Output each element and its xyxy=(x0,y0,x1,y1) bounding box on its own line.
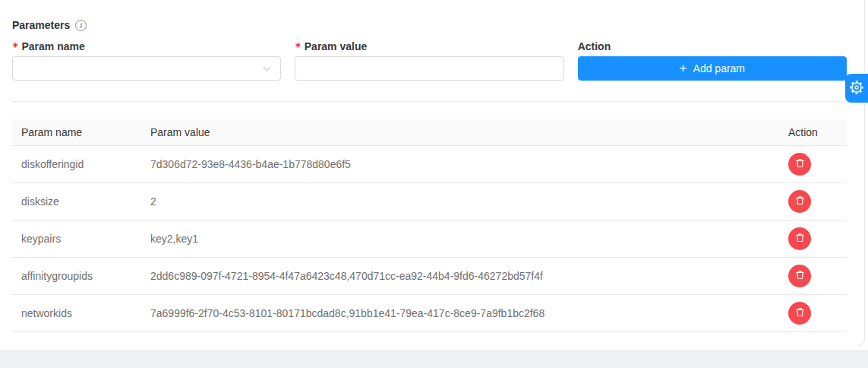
action-cell xyxy=(779,295,847,332)
trash-icon xyxy=(794,232,806,246)
param-value-cell: key2,key1 xyxy=(141,220,779,258)
add-param-button[interactable]: + Add param xyxy=(578,56,847,81)
action-cell xyxy=(779,258,847,295)
param-name-cell: keypairs xyxy=(12,220,141,258)
delete-param-button[interactable] xyxy=(788,153,811,176)
action-cell xyxy=(779,183,847,220)
action-column: Action + Add param xyxy=(578,31,847,81)
delete-param-button[interactable] xyxy=(788,190,811,213)
param-value-column: * Param value xyxy=(295,31,563,81)
form-table-divider xyxy=(12,101,847,102)
param-name-label: * Param name xyxy=(12,40,281,52)
card-corner xyxy=(858,339,865,346)
action-cell xyxy=(779,220,847,258)
column-header-param-value: Param value xyxy=(141,119,779,146)
table-row: diskofferingid 7d306d72-93e8-4436-b4ae-1… xyxy=(12,146,847,183)
info-circle-icon[interactable]: i xyxy=(75,20,87,31)
param-value-input[interactable] xyxy=(295,56,563,81)
param-name-cell: networkids xyxy=(12,295,141,332)
parameters-panel: Parameters i * Param name xyxy=(0,0,868,368)
table-row: networkids 7a6999f6-2f70-4c53-8101-80171… xyxy=(12,295,847,332)
trash-icon xyxy=(794,306,806,320)
add-param-form: * Param name * Param value xyxy=(12,31,847,81)
param-value-cell: 2 xyxy=(141,183,779,220)
table-row: disksize 2 xyxy=(12,183,847,220)
param-value-cell: 7a6999f6-2f70-4c53-8101-80171bcdad8c,91b… xyxy=(141,295,779,332)
param-name-select[interactable] xyxy=(12,56,281,81)
delete-param-button[interactable] xyxy=(788,302,811,325)
param-name-cell: diskofferingid xyxy=(12,146,141,183)
plus-icon: + xyxy=(680,62,687,75)
required-asterisk: * xyxy=(12,40,18,52)
delete-param-button[interactable] xyxy=(788,227,811,250)
param-value-cell: 7d306d72-93e8-4436-b4ae-1b778d80e6f5 xyxy=(141,146,779,183)
panel-title: Parameters xyxy=(12,19,70,31)
parameters-table: Param name Param value Action diskofferi… xyxy=(12,119,847,332)
trash-icon xyxy=(794,157,806,171)
param-value-label: * Param value xyxy=(295,40,563,52)
action-cell xyxy=(779,146,847,183)
table-row: affinitygroupids 2dd6c989-097f-4721-8954… xyxy=(12,258,847,295)
trash-icon xyxy=(794,269,806,283)
table-body: diskofferingid 7d306d72-93e8-4436-b4ae-1… xyxy=(12,146,847,332)
page-footer-band xyxy=(0,350,868,368)
trash-icon xyxy=(794,195,806,208)
column-header-action: Action xyxy=(779,119,847,146)
panel-header: Parameters i xyxy=(12,0,847,31)
table-row: keypairs key2,key1 xyxy=(12,220,847,258)
required-asterisk: * xyxy=(295,40,301,52)
param-value-cell: 2dd6c989-097f-4721-8954-4f47a6423c48,470… xyxy=(141,258,779,295)
param-name-cell: disksize xyxy=(12,183,141,220)
delete-param-button[interactable] xyxy=(788,265,811,287)
param-name-cell: affinitygroupids xyxy=(12,258,141,295)
settings-gear-button[interactable] xyxy=(845,74,868,103)
param-name-column: * Param name xyxy=(12,31,281,81)
chevron-down-icon xyxy=(262,64,272,76)
settings-gear-icon xyxy=(849,80,864,97)
table-header-row: Param name Param value Action xyxy=(12,119,847,146)
action-label: Action xyxy=(578,40,847,52)
card-right-border xyxy=(864,0,865,340)
column-header-param-name: Param name xyxy=(12,119,141,146)
